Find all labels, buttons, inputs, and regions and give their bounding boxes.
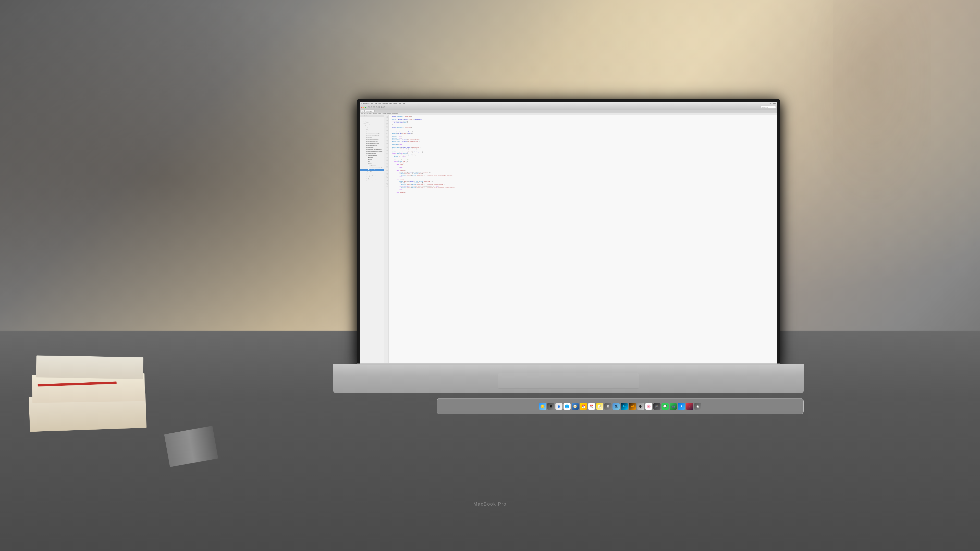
back-btn[interactable]: ‹ (368, 106, 370, 108)
tree-item-extended-reg[interactable]: extended-registration (360, 155, 384, 157)
tab-bar: ≡ functions.php × (360, 110, 777, 113)
tree-item-wpinc[interactable]: wp-inc (360, 120, 384, 122)
dock-icon-gamecenter[interactable]: 🎮 (653, 403, 660, 410)
tree-item-images[interactable]: images (360, 126, 384, 128)
dock-icon-music[interactable]: ♪ (686, 403, 693, 410)
dock-icon-appstore[interactable]: A (678, 403, 685, 410)
tab-close-icon[interactable]: × (372, 110, 373, 112)
menu-file[interactable]: File (371, 103, 373, 104)
tree-item-classes[interactable]: ▶ classes (360, 159, 384, 161)
tab-functions-php[interactable]: functions.php × (364, 110, 375, 112)
dock-icon-preview[interactable]: 🖼 (612, 403, 620, 410)
dock-icon-chrome[interactable]: 🌐 (563, 403, 571, 410)
forward-btn[interactable]: › (371, 106, 372, 108)
go-to-anything-label: Go to Anything (762, 106, 768, 108)
dock-icon-launchpad[interactable]: ⊞ (547, 403, 554, 410)
dock-icon-notes[interactable]: 📝 (596, 403, 603, 410)
dock-icon-compass[interactable]: 🧭 (572, 403, 579, 410)
tree-item-acf[interactable]: acf-accordion (360, 130, 384, 132)
menu-komodo[interactable]: Komodo IDE (363, 103, 370, 104)
trackpad[interactable] (498, 373, 639, 389)
dock-icon-safari[interactable]: ⊕ (555, 403, 563, 410)
books-stack (29, 330, 167, 430)
main-content: public_html src wp-inc php/admin wp-cont… (360, 115, 777, 366)
tree-item-regen-thumbs[interactable]: regenerate-thumbnails (360, 177, 384, 179)
dock-icon-messages[interactable]: 💬 (662, 403, 669, 410)
tree-item-debug[interactable]: 📄 cb-debug.php (360, 165, 384, 167)
tree-item-admin[interactable]: php/admin (360, 122, 384, 124)
toolbar-btn-5[interactable]: ⋯ (383, 106, 385, 108)
tree-item-js[interactable]: ▶ js (360, 161, 384, 163)
toolbar-btn-4[interactable]: ⊕ (381, 106, 383, 108)
menu-navigation[interactable]: Navigation (383, 103, 388, 104)
toolbar: ‹ › ⊞ ◫ ⊟ ⊕ ⋯ Go to Anything (360, 105, 777, 110)
tree-item-backend[interactable]: ▶ backend (360, 157, 384, 159)
laptop-screen:  Komodo IDE File Edit Code Navigation V… (360, 102, 777, 366)
tree-item-disable-comments[interactable]: disable-comments (360, 152, 384, 155)
toolbar-btn-1[interactable]: ⊞ (373, 106, 375, 108)
maximize-button[interactable] (365, 106, 366, 108)
tree-item-charitable-amb[interactable]: charitable-ambassadors (360, 138, 384, 140)
dock-icon-photoshop[interactable]: Ps (620, 403, 628, 410)
laptop-hinge (357, 364, 780, 365)
tree-item-functions-php[interactable]: 📄 functions.php (360, 169, 384, 171)
tree-item-charitable[interactable]: charitable (360, 136, 384, 138)
menu-edit[interactable]: Edit (375, 103, 377, 104)
menu-bar-left:  Komodo IDE File Edit Code Navigation V… (361, 103, 405, 105)
tree-item-iqc[interactable]: iqc (360, 173, 384, 175)
go-to-anything-input[interactable]: Go to Anything (760, 106, 776, 108)
dock-icon-photos[interactable]: 🌸 (645, 403, 652, 410)
code-line-144: case 'password': (390, 192, 776, 193)
tree-item-rel-image[interactable]: relative-image-urls (360, 179, 384, 181)
tree-item-custom-reg[interactable]: custom-registration-form-builder... (360, 151, 384, 152)
menu-view[interactable]: View (390, 103, 392, 104)
macbook-label: MacBook Pro (473, 502, 507, 507)
sidebar-toggle[interactable]: ≡ (361, 110, 364, 112)
minimize-button[interactable] (363, 106, 364, 108)
laptop-screen-area:  Komodo IDE File Edit Code Navigation V… (357, 99, 780, 368)
line-numbers: 9596979899 100101102103104 1051061071081… (384, 115, 389, 366)
tree-item-wpcontent[interactable]: wp-content (360, 124, 384, 126)
menu-tools[interactable]: Tools (399, 103, 401, 104)
file-tree[interactable]: src wp-inc php/admin wp-content images p… (360, 118, 384, 182)
tree-item-cf7[interactable]: contact-form-7 (360, 146, 384, 148)
laptop-screen-bezel:  Komodo IDE File Edit Code Navigation V… (357, 99, 780, 368)
dock-icon-applauncher[interactable]: ⊞ (605, 403, 611, 410)
dock-icon-contacts[interactable]: 📅 (580, 403, 587, 410)
scene-background:  Komodo IDE File Edit Code Navigation V… (0, 0, 980, 551)
breadcrumb-path: public_html › src › public › wp-content … (361, 113, 398, 114)
code-lines: include($view_path . 'header.php'); $fie… (389, 115, 777, 366)
tree-item-acf-pro[interactable]: advanced-custom-fields-pro (360, 132, 384, 134)
tree-item-views[interactable]: ▶ views (360, 163, 384, 165)
code-editor[interactable]: 9596979899 100101102103104 1051061071081… (384, 115, 777, 366)
book-band (38, 381, 117, 386)
toolbar-btn-3[interactable]: ⊟ (378, 106, 380, 108)
tree-item-cf7-db[interactable]: contact-form-7-to-database-ext... (360, 148, 384, 151)
dock-icon-sysprefs[interactable]: ⚙ (637, 403, 644, 410)
close-button[interactable] (361, 106, 363, 108)
tree-item-plugins[interactable]: plugins (360, 128, 384, 130)
tree-item-captcha[interactable]: really-simple-captcha (360, 175, 384, 177)
menu-project[interactable]: Project (393, 103, 397, 104)
book-3 (36, 355, 143, 379)
tree-item-charitable-lic[interactable]: charitable-license-checker (360, 142, 384, 144)
tree-item-charitable-anon[interactable]: charitable-anonymous (360, 140, 384, 142)
menu-bar-right: 1:17 ↑ ☁ ⌨ ◉ (769, 103, 776, 104)
menu-help[interactable]: Help (403, 103, 405, 104)
tree-item-src[interactable]: src (360, 118, 384, 120)
dock-icon-illustrator[interactable]: Ai (629, 403, 636, 410)
toolbar-btn-2[interactable]: ◫ (375, 106, 377, 108)
tab-functions-php-label: functions.php (366, 110, 372, 112)
laptop-base (333, 364, 803, 393)
tree-item-charitable-avatar[interactable]: charitable-user-avatar (360, 144, 384, 146)
menu-code[interactable]: Code (378, 103, 381, 104)
dock-icon-calendar[interactable]: 📆 (588, 403, 595, 410)
dock-icon-finder[interactable]: 😊 (539, 403, 546, 410)
menu-bar-time: 1:17 ↑ ☁ ⌨ ◉ (769, 103, 776, 104)
tree-item-layerslider[interactable]: LayerSlider (360, 171, 384, 173)
dock-icon-unknown[interactable]: ◉ (694, 403, 701, 410)
dock-icon-facetime[interactable]: 📹 (670, 403, 677, 410)
tree-item-amr[interactable]: amr-shortcode-any-widget (360, 134, 384, 136)
tree-item-cb-ext-reg[interactable]: 📄 cb-extended-registration.php (360, 167, 384, 169)
sidebar-header: public_html (360, 115, 384, 118)
